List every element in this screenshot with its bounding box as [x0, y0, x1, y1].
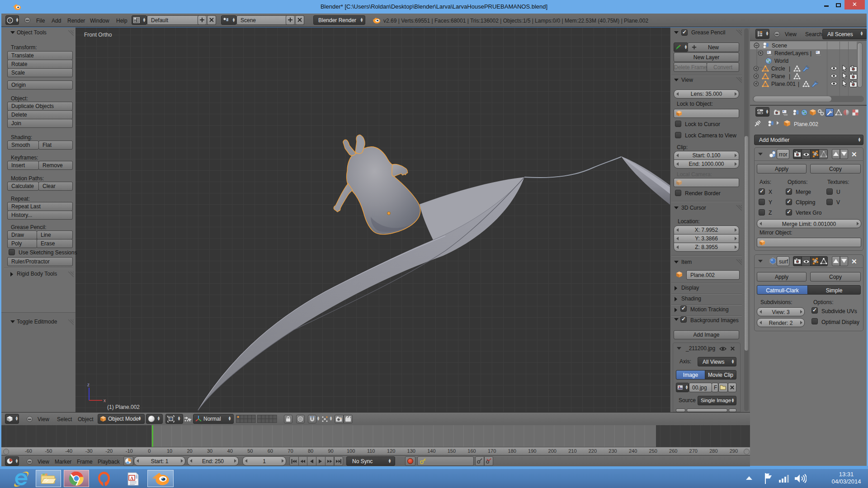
svg-text:Front Ortho: Front Ortho: [84, 32, 112, 38]
svg-text:z: z: [87, 382, 90, 387]
svg-text:x: x: [104, 398, 106, 403]
svg-text:i: i: [9, 18, 10, 23]
svg-text:(1) Plane.002: (1) Plane.002: [107, 404, 140, 410]
svg-text:A: A: [130, 476, 134, 481]
